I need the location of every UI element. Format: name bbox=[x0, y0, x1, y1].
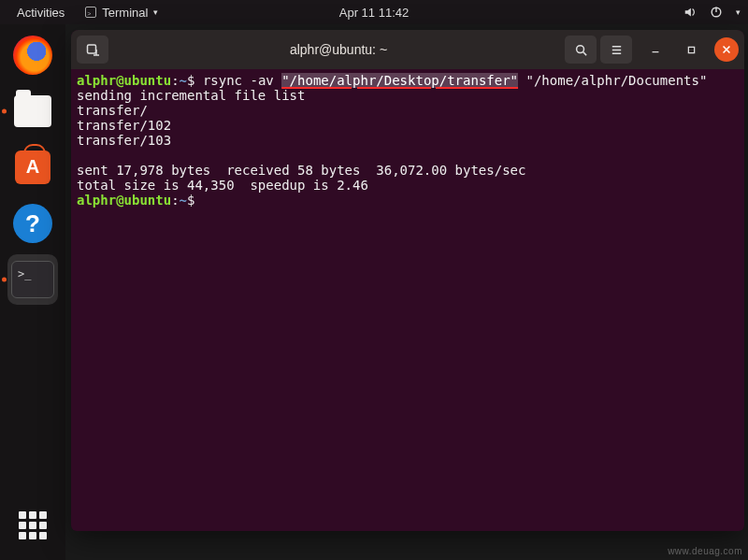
grid-icon bbox=[19, 511, 47, 539]
dock-item-help[interactable]: ? bbox=[7, 198, 58, 249]
maximize-button[interactable] bbox=[679, 37, 703, 62]
files-icon bbox=[14, 95, 51, 127]
app-menu-label: Terminal bbox=[102, 6, 148, 20]
close-button[interactable] bbox=[714, 37, 739, 62]
search-button[interactable] bbox=[565, 36, 597, 64]
hamburger-menu-button[interactable] bbox=[600, 36, 632, 64]
activities-button[interactable]: Activities bbox=[7, 4, 74, 22]
terminal-output[interactable]: alphr@ubuntu:~$ rsync -av "/home/alphr/D… bbox=[71, 69, 744, 531]
new-tab-button[interactable] bbox=[77, 36, 108, 64]
dock: ? bbox=[0, 24, 65, 560]
dock-item-files[interactable] bbox=[7, 86, 58, 136]
firefox-icon bbox=[13, 36, 52, 75]
gnome-topbar: Activities Terminal ▾ Apr 11 11:42 ▾ bbox=[0, 0, 748, 24]
window-titlebar: alphr@ubuntu: ~ bbox=[71, 30, 744, 69]
volume-icon[interactable] bbox=[683, 6, 697, 19]
system-menu-chevron-icon[interactable]: ▾ bbox=[736, 7, 741, 17]
power-icon[interactable] bbox=[710, 6, 723, 19]
minimize-button[interactable] bbox=[643, 37, 668, 62]
svg-line-6 bbox=[583, 51, 586, 55]
window-title: alphr@ubuntu: ~ bbox=[112, 42, 565, 57]
watermark: www.deuag.com bbox=[668, 546, 742, 556]
clock[interactable]: Apr 11 11:42 bbox=[330, 4, 418, 22]
dock-item-firefox[interactable] bbox=[7, 30, 58, 80]
terminal-app-icon bbox=[11, 261, 54, 298]
app-menu-button[interactable]: Terminal ▾ bbox=[76, 4, 167, 22]
chevron-down-icon: ▾ bbox=[153, 7, 158, 17]
svg-point-5 bbox=[576, 45, 583, 52]
svg-rect-11 bbox=[688, 47, 694, 52]
help-icon: ? bbox=[13, 204, 52, 243]
terminal-icon bbox=[85, 7, 96, 18]
show-applications-button[interactable] bbox=[7, 500, 58, 551]
svg-rect-2 bbox=[88, 45, 96, 53]
dock-item-terminal[interactable] bbox=[7, 254, 58, 305]
software-icon bbox=[15, 151, 50, 184]
terminal-window: alphr@ubuntu: ~ alphr@ubuntu:~$ rsync -a… bbox=[71, 30, 744, 531]
dock-item-software[interactable] bbox=[7, 142, 58, 193]
